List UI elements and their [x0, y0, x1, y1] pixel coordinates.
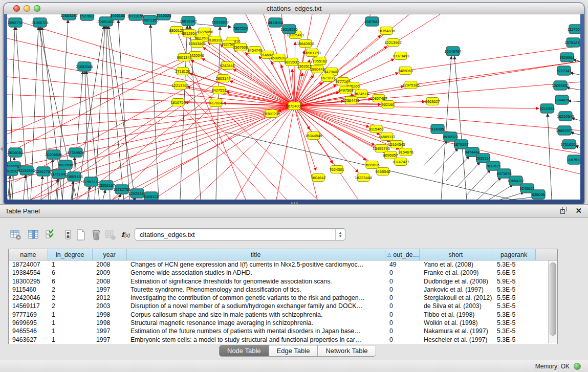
graph-edge[interactable] [294, 106, 539, 108]
graph-edge[interactable] [294, 106, 380, 135]
node-table-tab[interactable]: Node Table [220, 345, 269, 356]
graph-node[interactable]: 19218596 [280, 25, 297, 34]
graph-node[interactable]: 18223448 [355, 174, 372, 182]
graph-node[interactable]: 8912954 [182, 30, 197, 37]
graph-edge[interactable] [294, 42, 295, 106]
graph-edge[interactable] [434, 148, 458, 173]
network-canvas[interactable]: 8860123891295418226058982750881863287546… [7, 14, 580, 200]
graph-node[interactable]: 9465546 [375, 168, 390, 176]
table-row[interactable]: 977716911998Corpus callosum shape and si… [9, 311, 557, 319]
graph-edge[interactable] [103, 190, 105, 200]
graph-node[interactable]: 2616050 [8, 148, 23, 157]
table-row[interactable]: 946554611997Estimation of the future num… [9, 327, 557, 335]
graph-node[interactable]: 13958167 [98, 181, 115, 190]
graph-node[interactable]: 2055731 [8, 18, 23, 27]
graph-node[interactable]: 7515526 [156, 14, 171, 20]
graph-node[interactable]: 16961758 [303, 49, 320, 57]
graph-node[interactable]: 9901344 [177, 54, 191, 61]
graph-edge[interactable] [7, 59, 294, 106]
graph-edge[interactable] [294, 106, 580, 174]
graph-node[interactable]: 15164545 [388, 141, 405, 148]
graph-edge[interactable] [489, 185, 513, 200]
graph-node[interactable]: 1810754 [170, 99, 185, 106]
graph-hub-node[interactable]: 18724007 [286, 102, 302, 110]
graph-edge[interactable] [294, 106, 358, 172]
graph-node[interactable]: 10973493 [392, 52, 409, 60]
graph-node[interactable]: 20206536 [45, 150, 62, 159]
graph-node[interactable]: 391590 [7, 166, 18, 176]
select-all-icon[interactable] [44, 228, 58, 242]
close-window-icon[interactable] [13, 5, 20, 12]
close-panel-icon[interactable]: ✕ [575, 207, 582, 214]
graph-node[interactable]: 21055724 [31, 18, 48, 27]
graph-node[interactable]: 1990443 [310, 65, 324, 73]
graph-node[interactable]: 11451942 [51, 169, 68, 179]
table-row[interactable]: 1872400712008Changes of HCN gene express… [9, 260, 557, 269]
graph-node[interactable]: 21053346 [76, 62, 93, 71]
column-header-pagerank[interactable]: pagerank [492, 249, 536, 260]
network-table-tab[interactable]: Network Table [318, 345, 375, 356]
create-column-icon[interactable] [74, 228, 88, 242]
graph-node[interactable]: 15692971 [556, 126, 573, 135]
table-row[interactable]: 946362711997Embryonic stem cells: a mode… [9, 336, 557, 344]
graph-node[interactable]: 16033809 [211, 17, 228, 27]
graph-node[interactable]: 12942757 [35, 167, 52, 176]
graph-edge[interactable] [118, 194, 121, 200]
graph-node[interactable]: 8860123 [169, 27, 184, 34]
graph-node[interactable]: 8305113 [144, 192, 159, 200]
graph-edge[interactable] [7, 77, 294, 106]
show-columns-icon[interactable] [27, 228, 41, 242]
minimize-window-icon[interactable] [24, 5, 30, 12]
graph-edge[interactable] [572, 118, 580, 121]
graph-edge[interactable] [567, 87, 580, 91]
graph-edge[interactable] [405, 46, 580, 71]
memory-status-indicator[interactable] [574, 363, 581, 370]
graph-node[interactable]: 10719155 [127, 14, 144, 20]
graph-edge[interactable] [123, 114, 271, 200]
collapsed-panel-arrow-icon[interactable] [0, 146, 3, 151]
column-header-in_degree[interactable]: in_degree [48, 249, 93, 260]
graph-node[interactable]: 8466160 [110, 14, 125, 20]
graph-edge[interactable] [180, 26, 187, 200]
column-header-title[interactable]: title [127, 249, 385, 260]
graph-edge[interactable] [294, 106, 399, 149]
graph-node[interactable]: 1527602 [79, 14, 94, 20]
graph-edge[interactable] [568, 101, 580, 102]
graph-node[interactable]: 8427552 [211, 86, 226, 94]
table-row[interactable]: 1830029562008Estimation of significance … [9, 277, 557, 286]
graph-node[interactable]: 935098 [532, 190, 545, 199]
table-row[interactable]: 2242004622012Investigating the contribut… [9, 294, 557, 302]
graph-node[interactable]: 15640910 [297, 40, 314, 48]
graph-node[interactable]: 14569117 [379, 133, 396, 141]
graph-node[interactable]: 7485063 [398, 67, 412, 75]
graph-node[interactable]: 2718126 [175, 68, 190, 75]
column-header-out_degree[interactable]: △out_de… [385, 249, 420, 260]
graph-node[interactable]: 12975185 [402, 81, 419, 89]
graph-node[interactable]: 15751874 [564, 38, 580, 47]
graph-node[interactable]: 12923446 [128, 189, 145, 198]
graph-node[interactable]: 2087682 [364, 17, 379, 26]
network-window-titlebar[interactable]: citations_edges.txt [4, 3, 584, 14]
graph-node[interactable]: 12213363 [171, 82, 188, 90]
graph-edge[interactable] [230, 81, 294, 106]
graph-edge[interactable] [7, 55, 195, 154]
graph-edge[interactable] [216, 27, 220, 200]
graph-node[interactable]: 16816342 [180, 16, 197, 26]
table-row[interactable]: 1456911722003Disruption of a novel membe… [9, 302, 557, 310]
graph-node[interactable]: 20364436 [342, 97, 359, 104]
graph-node[interactable]: 10747427 [392, 158, 409, 166]
graph-node[interactable]: 2803144 [215, 75, 230, 82]
graph-edge[interactable] [51, 159, 53, 200]
graph-node[interactable]: 18300295 [263, 110, 279, 118]
graph-node[interactable]: 8215358 [539, 104, 554, 113]
graph-node[interactable]: 7857224 [233, 24, 248, 33]
graph-node[interactable]: 17359924 [67, 148, 84, 157]
graph-node[interactable]: 8186328 [207, 36, 222, 44]
function-builder-icon[interactable]: f(x) [120, 228, 134, 242]
table-row[interactable]: 1938455462009Genome-wide association stu… [9, 269, 557, 277]
column-header-name[interactable]: name [9, 249, 48, 260]
graph-node[interactable]: 8822037 [284, 58, 299, 66]
column-header-year[interactable]: year [93, 249, 127, 260]
graph-node[interactable]: 16648784 [444, 47, 461, 56]
graph-node[interactable]: 15885203 [270, 54, 287, 62]
